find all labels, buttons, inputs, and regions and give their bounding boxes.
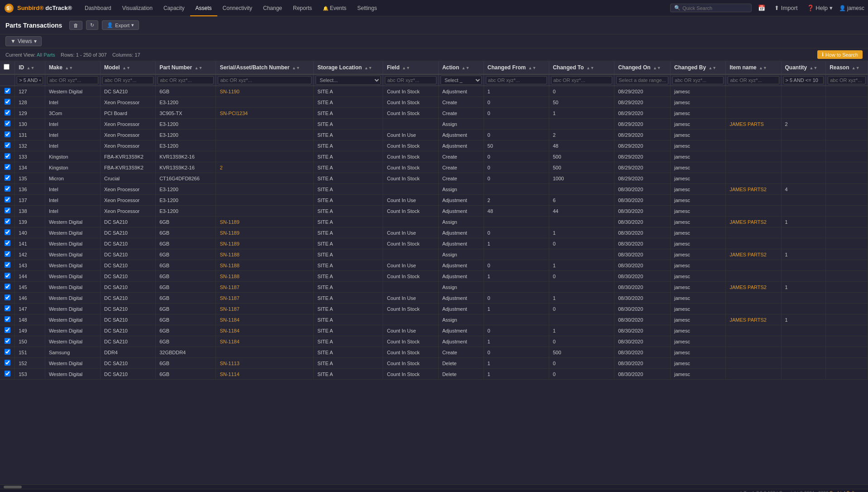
row-checkbox-cell[interactable] [0,227,15,238]
serial-cell[interactable]: SN-1188 [216,260,314,271]
row-checkbox-cell[interactable] [0,369,15,380]
row-checkbox[interactable] [5,316,10,322]
row-checkbox[interactable] [5,99,10,105]
serial-link[interactable]: SN-1188 [220,274,239,279]
serial-link[interactable]: SN-1188 [220,252,239,257]
row-checkbox-cell[interactable] [0,217,15,227]
filter-id-input[interactable] [17,76,43,84]
nav-connectivity[interactable]: Connectivity [217,0,258,16]
row-checkbox[interactable] [5,273,10,279]
row-checkbox[interactable] [5,88,10,94]
filter-field-input[interactable] [385,76,436,84]
filter-field[interactable] [383,74,438,86]
row-checkbox[interactable] [5,284,10,289]
filter-changedon-input[interactable] [616,76,668,84]
row-checkbox[interactable] [5,262,10,268]
row-checkbox-cell[interactable] [0,140,15,151]
filter-changedby-input[interactable] [672,76,724,84]
serial-cell[interactable]: SN-1113 [216,358,314,369]
row-checkbox-cell[interactable] [0,325,15,336]
col-header-field[interactable]: Field ▲▼ [383,61,438,74]
serial-link[interactable]: SN-1187 [220,295,239,301]
serial-cell[interactable]: SN-1184 [216,336,314,347]
col-header-itemname[interactable]: Item name ▲▼ [726,61,781,74]
row-checkbox[interactable] [5,142,10,148]
row-checkbox[interactable] [5,371,10,376]
row-checkbox-cell[interactable] [0,249,15,260]
serial-cell[interactable]: SN-PCI1234 [216,108,314,119]
row-checkbox[interactable] [5,197,10,203]
serial-cell[interactable]: SN-1189 [216,238,314,249]
row-checkbox[interactable] [5,229,10,235]
filter-changedto[interactable] [549,74,614,86]
filter-reason-input[interactable] [828,76,866,84]
itemname-link[interactable]: JAMES PARTS2 [729,252,767,257]
serial-cell[interactable]: SN-1114 [216,369,314,380]
serial-cell[interactable]: SN-1187 [216,282,314,293]
scroll-bar[interactable] [0,484,868,489]
filter-action[interactable]: Select _ Adjustment Create Assign Delete [438,74,484,86]
itemname-link[interactable]: JAMES PARTS2 [729,285,767,290]
col-header-id[interactable]: ID ▲▼ [15,61,45,74]
serial-link[interactable]: SN-1187 [220,285,239,290]
row-checkbox[interactable] [5,153,10,159]
serial-cell[interactable]: SN-1188 [216,249,314,260]
filter-action-select[interactable]: Select _ Adjustment Create Assign Delete [441,76,482,85]
export-button[interactable]: 👤 Export ▾ [102,20,139,30]
row-checkbox-cell[interactable] [0,293,15,304]
row-checkbox-cell[interactable] [0,336,15,347]
serial-cell[interactable]: SN-1188 [216,271,314,282]
filter-itemname-input[interactable] [728,76,779,84]
filter-model-input[interactable] [102,76,153,84]
col-header-storage[interactable]: Storage Location ▲▼ [314,61,383,74]
row-checkbox[interactable] [5,175,10,181]
filter-itemname[interactable] [726,74,781,86]
serial-link[interactable]: SN-1189 [220,241,239,246]
col-header-changedon[interactable]: Changed On ▲▼ [614,61,671,74]
row-checkbox[interactable] [5,121,10,126]
nav-reports[interactable]: Reports [288,0,317,16]
filter-storage[interactable]: Select... SITE A [314,74,383,86]
row-checkbox-cell[interactable] [0,271,15,282]
row-checkbox[interactable] [5,294,10,300]
delete-button[interactable]: 🗑 [69,21,82,30]
serial-link[interactable]: SN-1189 [220,230,239,236]
serial-link[interactable]: SN-PCI1234 [220,111,248,116]
col-header-checkbox[interactable] [0,61,15,74]
serial-cell[interactable]: SN-1184 [216,325,314,336]
itemname-link[interactable]: JAMES PARTS2 [729,219,767,225]
col-header-model[interactable]: Model ▲▼ [101,61,156,74]
row-checkbox[interactable] [5,207,10,213]
filter-changedto-input[interactable] [551,76,612,84]
itemname-cell[interactable]: JAMES PARTS2 [726,217,781,227]
filter-changedon[interactable] [614,74,671,86]
filter-serial-input[interactable] [218,76,312,84]
row-checkbox-cell[interactable] [0,119,15,130]
filter-changedfrom[interactable] [484,74,549,86]
col-header-changedfrom[interactable]: Changed From ▲▼ [484,61,549,74]
col-header-serial[interactable]: Serial/Asset/Batch Number ▲▼ [216,61,314,74]
filter-reason[interactable] [826,74,868,86]
row-checkbox[interactable] [5,305,10,311]
row-checkbox-cell[interactable] [0,173,15,184]
filter-id[interactable] [15,74,45,86]
filter-changedby[interactable] [671,74,726,86]
serial-link[interactable]: SN-1189 [220,219,239,225]
serial-cell[interactable]: SN-1187 [216,304,314,314]
col-header-reason[interactable]: Reason ▲▼ [826,61,868,74]
filter-make[interactable] [45,74,100,86]
filter-partnum[interactable] [156,74,216,86]
quick-search-input[interactable] [682,5,748,11]
row-checkbox-cell[interactable] [0,195,15,206]
row-checkbox-cell[interactable] [0,347,15,358]
col-header-changedby[interactable]: Changed By ▲▼ [671,61,726,74]
row-checkbox-cell[interactable] [0,97,15,108]
refresh-button[interactable]: ↻ [86,20,98,30]
row-checkbox[interactable] [5,186,10,192]
row-checkbox[interactable] [5,164,10,170]
row-checkbox-cell[interactable] [0,358,15,369]
row-checkbox-cell[interactable] [0,238,15,249]
row-checkbox-cell[interactable] [0,184,15,195]
filter-partnum-input[interactable] [158,76,214,84]
scroll-indicator[interactable] [4,486,22,488]
